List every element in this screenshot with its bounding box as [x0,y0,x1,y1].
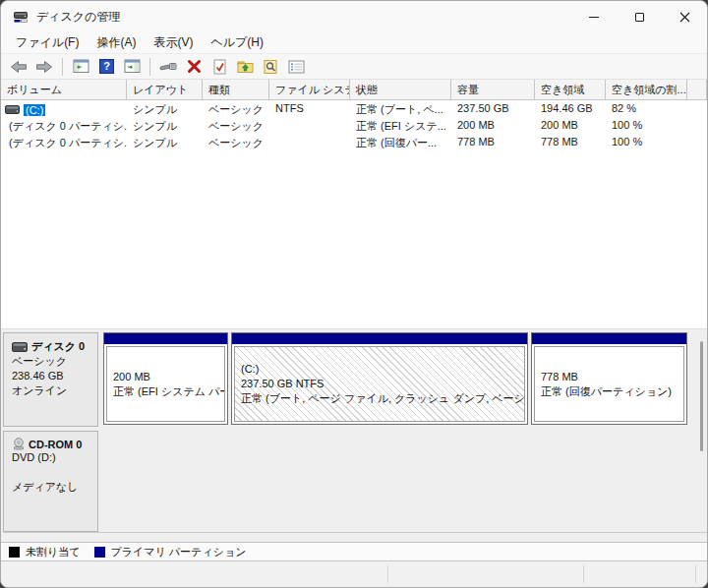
title-bar: ディスクの管理 [1,1,707,32]
graphical-view-pane: ディスク 0 ベーシック 238.46 GB オンライン 200 MB 正常 (… [1,329,707,542]
maximize-icon [635,13,644,22]
partition-size: 778 MB [541,370,678,384]
volume-row-recovery[interactable]: (ディスク 0 パーティシ... シンプル ベーシック 正常 (回復パー... … [1,134,707,150]
primary-partition-swatch [94,547,105,558]
partition-color-bar [232,333,527,344]
cdrom-name: CD-ROM 0 [29,439,82,450]
menu-view[interactable]: 表示(V) [145,32,202,53]
status-divider [695,565,696,583]
capacity-cell: 237.50 GB [451,100,535,117]
partition-size: 237.50 GB NTFS [241,377,518,391]
partition-size: 200 MB [113,370,218,384]
partition-recovery[interactable]: 778 MB 正常 (回復パーティション) [531,332,687,425]
layout-cell: シンプル [127,100,203,117]
explore-button[interactable] [259,56,282,78]
legend-bar: 未割り当て プライマリ パーティション [1,542,707,561]
type-cell: ベーシック [203,100,269,117]
partition-efi[interactable]: 200 MB 正常 (EFI システム パーテ [103,332,228,425]
unallocated-swatch [9,547,20,558]
cdrom-status: メディアなし [12,480,93,495]
cdrom-header-panel[interactable]: CD-ROM 0 DVD (D:) メディアなし [3,431,98,532]
forward-icon [35,59,53,75]
settings-list-button[interactable] [284,56,308,78]
menu-file[interactable]: ファイル(F) [7,32,88,53]
toolbar: ? [1,54,707,80]
column-header-free[interactable]: 空き領域 [535,80,606,100]
filler-cell [687,100,707,117]
filesystem-cell [269,117,350,134]
menu-help[interactable]: ヘルプ(H) [202,32,272,53]
console-tree-button[interactable] [69,56,92,78]
status-divider [583,565,584,583]
check-volume-button[interactable] [207,56,231,78]
partition-name: (C:) [241,362,518,377]
capacity-cell: 778 MB [451,134,535,150]
filler-cell [687,117,707,134]
forward-button[interactable] [32,56,56,78]
column-header-filesystem[interactable]: ファイル システム [269,80,350,100]
properties-tool-button[interactable] [156,56,180,78]
disk0-header-panel[interactable]: ディスク 0 ベーシック 238.46 GB オンライン [3,332,98,427]
minimize-button[interactable] [571,1,617,32]
volume-list-pane: ボリューム レイアウト 種類 ファイル システム 状態 容量 空き領域 空き領域… [1,80,707,329]
partition-color-bar [532,333,686,344]
cdrom-row: CD-ROM 0 DVD (D:) メディアなし [3,431,707,533]
disk0-status: オンライン [12,383,93,398]
volume-row-c[interactable]: (C:) シンプル ベーシック NTFS 正常 (ブート, ペ... 237.5… [1,100,707,117]
delete-icon [187,59,202,74]
primary-partition-label: プライマリ パーティション [111,545,247,559]
type-cell: ベーシック [203,117,269,134]
help-icon: ? [99,59,114,74]
properties-tool-icon [159,60,177,74]
partition-status: 正常 (EFI システム パーテ [113,384,218,399]
column-header-status[interactable]: 状態 [350,80,451,100]
type-cell: ベーシック [203,134,269,150]
percent-cell: 100 % [606,117,687,134]
status-divider [387,565,388,583]
volume-name-cell: (ディスク 0 パーティシ... [1,117,127,134]
window-title: ディスクの管理 [36,9,571,26]
toolbar-separator [62,58,63,76]
volume-list-header: ボリューム レイアウト 種類 ファイル システム 状態 容量 空き領域 空き領域… [1,80,707,100]
status-bar [1,561,707,587]
column-header-filler [687,80,707,100]
volume-name-cell: (ディスク 0 パーティシ... [1,134,127,150]
column-header-free-percent[interactable]: 空き領域の割... [606,80,687,100]
free-cell: 194.46 GB [535,100,606,117]
check-document-icon [212,59,227,75]
app-icon [13,9,29,25]
back-button[interactable] [7,56,30,78]
close-button[interactable] [662,1,707,32]
partition-c[interactable]: (C:) 237.50 GB NTFS 正常 (ブート, ページ ファイル, ク… [231,332,528,425]
vertical-scrollbar[interactable] [696,335,706,522]
column-header-layout[interactable]: レイアウト [127,80,203,100]
free-cell: 200 MB [535,117,606,134]
action-pane-button[interactable] [120,56,144,78]
search-document-icon [263,59,278,75]
help-button[interactable]: ? [94,56,118,78]
layout-cell: シンプル [127,117,203,134]
volume-row-efi[interactable]: (ディスク 0 パーティシ... シンプル ベーシック 正常 (EFI システ.… [1,117,707,134]
filesystem-cell: NTFS [269,100,350,117]
column-header-capacity[interactable]: 容量 [451,80,535,100]
spacer [12,465,93,480]
delete-volume-button[interactable] [182,56,206,78]
disk0-partitions: 200 MB 正常 (EFI システム パーテ (C:) 237.50 GB N… [98,332,707,427]
scrollbar-thumb[interactable] [700,341,703,451]
back-icon [10,59,28,75]
column-header-volume[interactable]: ボリューム [1,80,127,100]
menu-action[interactable]: 操作(A) [88,32,145,53]
cdrom-empty-area [98,431,707,532]
volume-name-cell: (C:) [1,100,127,117]
cdrom-drive: DVD (D:) [12,450,93,465]
free-cell: 778 MB [535,134,606,150]
percent-cell: 100 % [606,134,687,150]
volume-label: (C:) [24,104,45,116]
capacity-cell: 200 MB [451,117,535,134]
maximize-button[interactable] [617,1,662,32]
cdrom-icon [12,438,26,450]
toolbar-separator [149,58,150,76]
close-icon [679,12,690,23]
open-folder-button[interactable] [233,56,257,78]
column-header-type[interactable]: 種類 [203,80,269,100]
